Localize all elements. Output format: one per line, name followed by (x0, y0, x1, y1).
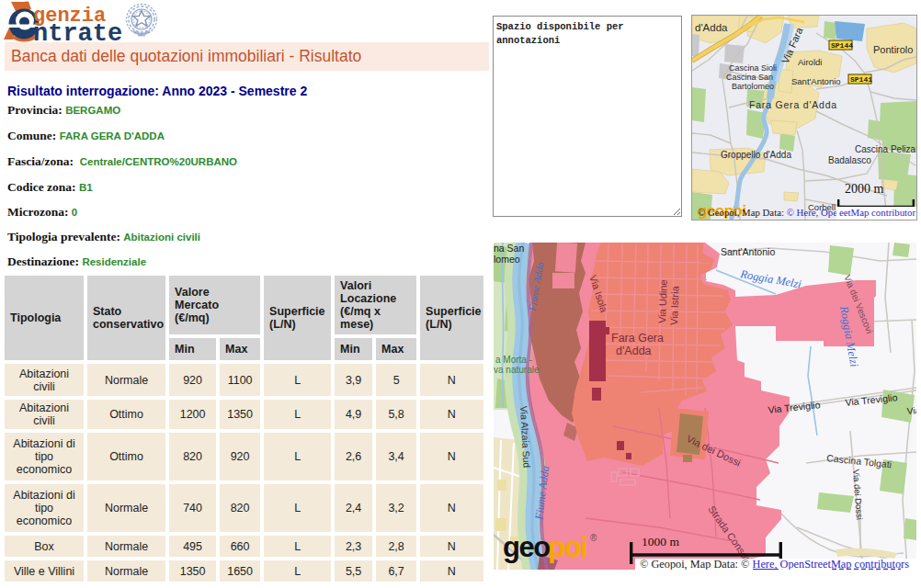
svg-text:1000 m: 1000 m (642, 535, 679, 548)
svg-text:poi: poi (548, 531, 586, 563)
svg-text:Cascina Sioli: Cascina Sioli (729, 63, 777, 73)
svg-text:© Geopoi, Map Data: © Here, Op: © Geopoi, Map Data: © Here, OpenStreetMa… (640, 558, 909, 570)
svg-text:Via: Via (906, 405, 916, 416)
svg-text:Cascina Peliza: Cascina Peliza (855, 144, 916, 154)
svg-text:Cascina San: Cascina San (726, 73, 773, 82)
svg-text:lomeo: lomeo (494, 254, 520, 265)
svg-text:Sant'Antonio: Sant'Antonio (721, 246, 775, 257)
svg-text:Sant'Antonio: Sant'Antonio (791, 76, 841, 86)
svg-text:d'Adda: d'Adda (616, 345, 652, 357)
svg-text:ntrate: ntrate (33, 20, 122, 42)
svg-text:d'Adda: d'Adda (695, 22, 728, 33)
svg-text:va naturale: va naturale (494, 365, 540, 375)
svg-text:a Morta -: a Morta - (495, 355, 532, 365)
svg-text:Airoldi: Airoldi (798, 57, 822, 67)
svg-text:Groppello d'Adda: Groppello d'Adda (721, 150, 791, 160)
svg-text:na San: na San (494, 243, 524, 254)
svg-text:eetMap contributor: eetMap contributor (839, 207, 915, 218)
svg-text:© Geopoi, Map Data: © Here, Op: © Geopoi, Map Data: © Here, OpenS (698, 207, 847, 218)
svg-text:SP141: SP141 (850, 75, 872, 84)
svg-text:Via Istria: Via Istria (668, 285, 681, 325)
svg-text:SP144: SP144 (831, 41, 853, 50)
svg-text:Fara Gera d'Adda: Fara Gera d'Adda (749, 99, 837, 110)
svg-text:Pontirolo: Pontirolo (873, 44, 913, 55)
svg-text:geo: geo (503, 531, 550, 563)
svg-text:Bartolomeo: Bartolomeo (732, 82, 774, 91)
svg-text:2000 m: 2000 m (845, 182, 884, 196)
svg-text:Badalasco: Badalasco (828, 155, 871, 165)
svg-text:Via Udine: Via Udine (656, 279, 669, 323)
svg-text:Fara Gera: Fara Gera (611, 332, 664, 345)
